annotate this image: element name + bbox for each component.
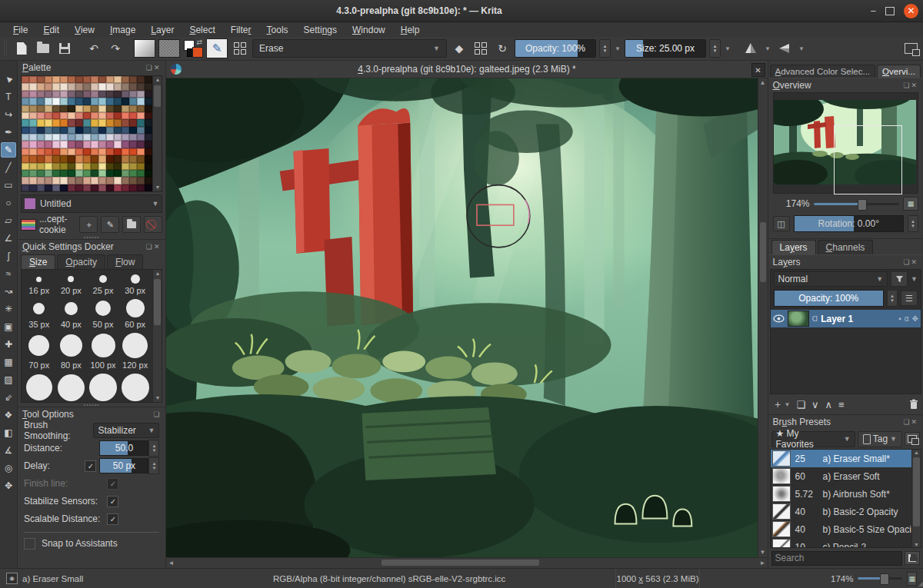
palette-swatch[interactable] bbox=[60, 163, 68, 170]
palette-swatch[interactable] bbox=[106, 141, 114, 148]
palette-swatch[interactable] bbox=[91, 141, 98, 148]
tool-gradient[interactable]: ▨ bbox=[1, 372, 16, 387]
palette-swatch[interactable] bbox=[83, 170, 91, 177]
document-tab-close-button[interactable]: ✕ bbox=[751, 63, 765, 77]
statusbar-zoom-slider[interactable] bbox=[858, 577, 902, 580]
alpha-lock-icon[interactable]: α bbox=[905, 314, 909, 323]
palette-swatch[interactable] bbox=[145, 170, 152, 177]
palette-swatch[interactable] bbox=[45, 170, 52, 177]
palette-swatch[interactable] bbox=[122, 134, 129, 141]
brush-size-circle-30px[interactable] bbox=[131, 274, 140, 284]
palette-swatch[interactable] bbox=[91, 76, 98, 83]
palette-swatch[interactable] bbox=[52, 163, 60, 170]
palette-swatch[interactable] bbox=[114, 91, 122, 98]
tab-layers[interactable]: Layers bbox=[771, 240, 816, 254]
palette-swatch[interactable] bbox=[114, 119, 122, 126]
palette-swatch[interactable] bbox=[22, 163, 29, 170]
palette-swatch[interactable] bbox=[52, 119, 60, 126]
palette-swatch[interactable] bbox=[68, 134, 75, 141]
menu-image[interactable]: Image bbox=[103, 24, 142, 36]
palette-swatch[interactable] bbox=[145, 98, 152, 105]
palette-swatch[interactable] bbox=[29, 177, 37, 184]
palette-swatch[interactable] bbox=[122, 170, 129, 177]
palette-swatch[interactable] bbox=[68, 155, 75, 162]
preset-search-input[interactable] bbox=[771, 551, 903, 566]
palette-swatch[interactable] bbox=[83, 184, 91, 191]
workspace-chooser-button[interactable] bbox=[901, 39, 920, 58]
palette-swatch[interactable] bbox=[145, 119, 152, 126]
tool-move[interactable]: ✚ bbox=[1, 337, 16, 352]
palette-swatch[interactable] bbox=[114, 98, 122, 105]
palette-resource-icon[interactable] bbox=[21, 219, 36, 231]
size-spinner[interactable]: ▲▼ bbox=[709, 39, 721, 58]
palette-swatch[interactable] bbox=[106, 91, 114, 98]
palette-swatch[interactable] bbox=[68, 170, 75, 177]
palette-swatch[interactable] bbox=[137, 141, 145, 148]
layer-opacity-slider[interactable]: Opacity: 100% bbox=[774, 290, 885, 307]
palette-swatch[interactable] bbox=[68, 184, 75, 191]
palette-swatch[interactable] bbox=[68, 119, 75, 126]
palette-swatch[interactable] bbox=[98, 148, 106, 155]
mirror-horizontal-button[interactable] bbox=[741, 39, 761, 58]
presets-display-mode-button[interactable] bbox=[905, 432, 920, 446]
background-color-swatch[interactable] bbox=[192, 47, 203, 58]
palette-swatch[interactable] bbox=[114, 141, 122, 148]
palette-swatch[interactable] bbox=[75, 91, 83, 98]
palette-swatch[interactable] bbox=[52, 177, 60, 184]
palette-swatch[interactable] bbox=[129, 76, 137, 83]
palette-swatch[interactable] bbox=[129, 148, 137, 155]
tool-smart-patch[interactable]: ❖ bbox=[1, 407, 16, 423]
scroll-down-icon[interactable]: ▼ bbox=[912, 542, 921, 547]
palette-swatch[interactable] bbox=[137, 170, 145, 177]
palette-scrollbar[interactable]: ▲ ▼ bbox=[152, 76, 162, 191]
preset-list-scrollbar[interactable]: ▲ ▼ bbox=[911, 450, 921, 547]
palette-swatch[interactable] bbox=[45, 112, 52, 119]
palette-resource-name[interactable]: ...cept-cookie bbox=[39, 214, 77, 235]
palette-swatch[interactable] bbox=[37, 98, 45, 105]
palette-swatch[interactable] bbox=[137, 76, 145, 83]
palette-swatch[interactable] bbox=[114, 105, 122, 112]
palette-swatch[interactable] bbox=[114, 155, 122, 162]
palette-swatch[interactable] bbox=[68, 163, 75, 170]
palette-swatch[interactable] bbox=[22, 134, 29, 141]
palette-swatch[interactable] bbox=[122, 155, 129, 162]
palette-swatch[interactable] bbox=[29, 163, 37, 170]
palette-swatch[interactable] bbox=[52, 141, 60, 148]
palette-swatch[interactable] bbox=[22, 127, 29, 134]
palette-swatch[interactable] bbox=[145, 83, 152, 90]
palette-swatch[interactable] bbox=[129, 155, 137, 162]
palette-swatch[interactable] bbox=[45, 76, 52, 83]
scrollbar-thumb[interactable] bbox=[154, 85, 161, 107]
tool-ellipse[interactable]: ○ bbox=[1, 195, 16, 211]
reload-preset-button[interactable]: ↻ bbox=[493, 39, 511, 58]
palette-swatch[interactable] bbox=[91, 170, 98, 177]
palette-swatch[interactable] bbox=[29, 119, 37, 126]
palette-swatch[interactable] bbox=[75, 76, 83, 83]
brush-smoothing-dropdown[interactable]: Stabilizer ▼ bbox=[93, 423, 159, 438]
palette-swatch[interactable] bbox=[60, 105, 68, 112]
palette-swatch[interactable] bbox=[91, 163, 98, 170]
palette-swatch[interactable] bbox=[45, 141, 52, 148]
palette-swatch[interactable] bbox=[114, 170, 122, 177]
palette-swatch[interactable] bbox=[60, 83, 68, 90]
layer-lock-icon[interactable]: ▪ bbox=[898, 314, 901, 323]
palette-swatch[interactable] bbox=[145, 163, 152, 170]
palette-swatch[interactable] bbox=[60, 76, 68, 83]
palette-swatch[interactable] bbox=[37, 170, 45, 177]
palette-swatch[interactable] bbox=[137, 91, 145, 98]
palette-swatch[interactable] bbox=[37, 163, 45, 170]
menu-view[interactable]: View bbox=[68, 24, 102, 36]
palette-swatch[interactable] bbox=[52, 105, 60, 112]
palette-swatch[interactable] bbox=[98, 170, 106, 177]
palette-swatch[interactable] bbox=[83, 134, 91, 141]
palette-swatch[interactable] bbox=[137, 177, 145, 184]
palette-swatch[interactable] bbox=[29, 112, 37, 119]
menu-select[interactable]: Select bbox=[182, 24, 222, 36]
new-document-button[interactable] bbox=[12, 39, 31, 58]
tool-text[interactable]: T bbox=[1, 89, 16, 105]
palette-swatch[interactable] bbox=[129, 91, 137, 98]
palette-swatch[interactable] bbox=[60, 184, 68, 191]
statusbar-colorspace[interactable]: RGB/Alpha (8-bit integer/channel) sRGB-e… bbox=[273, 574, 505, 583]
palette-swatch[interactable] bbox=[122, 184, 129, 191]
canvas-horizontal-scrollbar[interactable]: ◄ ► bbox=[166, 557, 767, 568]
